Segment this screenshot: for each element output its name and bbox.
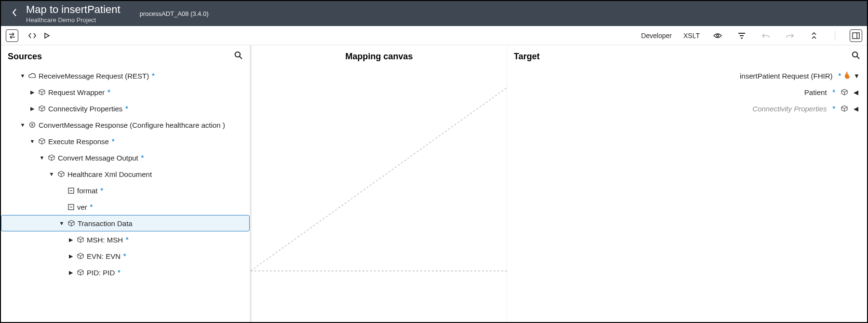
mapped-marker: * bbox=[123, 252, 126, 260]
back-button[interactable] bbox=[7, 8, 22, 19]
redo-button[interactable] bbox=[784, 29, 796, 42]
cube-icon bbox=[76, 269, 85, 276]
tree-node-convert-message[interactable]: ▼ ConvertMessage Response (Configure hea… bbox=[1, 117, 250, 133]
tree-label: ReceiveMessage Request (REST) bbox=[39, 72, 149, 80]
caret-down-icon: ▼ bbox=[29, 138, 36, 144]
cube-icon bbox=[76, 253, 85, 259]
svg-point-0 bbox=[717, 34, 719, 36]
fhir-icon bbox=[844, 71, 851, 81]
mapped-marker: * bbox=[101, 187, 103, 194]
run-test-button[interactable] bbox=[40, 29, 53, 42]
svg-point-10 bbox=[853, 52, 857, 56]
filter-icon[interactable] bbox=[735, 29, 748, 42]
caret-right-icon: ▶ bbox=[29, 106, 36, 112]
search-sources-icon[interactable] bbox=[234, 51, 243, 62]
tree-node-receive-message[interactable]: ▼ ReceiveMessage Request (REST) * bbox=[1, 67, 250, 84]
collapse-all-button[interactable] bbox=[808, 29, 820, 42]
tree-label: Request Wrapper bbox=[48, 88, 105, 96]
response-icon bbox=[28, 121, 37, 128]
tree-node-healthcare-xml[interactable]: ▼ Healthcare Xml Document bbox=[1, 166, 250, 182]
tree-label: ver bbox=[77, 203, 87, 211]
caret-right-icon: ▶ bbox=[67, 269, 74, 276]
integration-context: processADT_A08 (3.4.0) bbox=[140, 10, 209, 17]
mapped-marker: * bbox=[118, 269, 120, 276]
target-panel: Target insertPatient Request (FHIR) * ▼ … bbox=[507, 45, 867, 322]
sources-panel: Sources ▼ ReceiveMessage Request (REST) … bbox=[1, 45, 252, 322]
mapped-marker: * bbox=[839, 72, 841, 80]
tree-node-evn[interactable]: ▶ EVN: EVN * bbox=[1, 248, 250, 264]
svg-point-3 bbox=[235, 52, 240, 56]
sources-tree: ▼ ReceiveMessage Request (REST) * ▶ Requ… bbox=[1, 67, 250, 281]
app-header: Map to insertPatient Healthcare Demo Pro… bbox=[1, 1, 867, 26]
caret-down-icon: ▼ bbox=[19, 73, 26, 79]
sources-title: Sources bbox=[8, 52, 42, 62]
tree-node-pid[interactable]: ▶ PID: PID * bbox=[1, 264, 250, 281]
svg-rect-1 bbox=[853, 33, 859, 39]
target-node-patient[interactable]: Patient * ◀ bbox=[507, 84, 867, 100]
toolbar: Developer XSLT bbox=[1, 26, 867, 45]
mapped-marker: * bbox=[141, 154, 144, 162]
tree-label: Transaction Data bbox=[78, 219, 133, 228]
caret-left-icon: ◀ bbox=[854, 89, 860, 96]
attribute-icon bbox=[67, 188, 75, 194]
cube-icon bbox=[76, 236, 85, 243]
tree-node-msh[interactable]: ▶ MSH: MSH * bbox=[1, 231, 250, 248]
tree-label: Connectivity Properties bbox=[48, 105, 122, 113]
search-target-icon[interactable] bbox=[852, 51, 860, 62]
tree-label: ConvertMessage Response (Configure healt… bbox=[39, 121, 225, 129]
cube-icon bbox=[38, 105, 46, 112]
tree-node-convert-output[interactable]: ▼ Convert Message Output * bbox=[1, 149, 250, 166]
target-node-insert-patient[interactable]: insertPatient Request (FHIR) * ▼ bbox=[507, 67, 867, 84]
tree-node-connectivity-properties[interactable]: ▶ Connectivity Properties * bbox=[1, 100, 250, 117]
tree-node-ver[interactable]: ver * bbox=[1, 199, 250, 215]
attribute-icon bbox=[67, 204, 75, 210]
tree-node-request-wrapper[interactable]: ▶ Request Wrapper * bbox=[1, 84, 250, 100]
project-subtitle: Healthcare Demo Project bbox=[26, 16, 120, 24]
caret-down-icon: ▼ bbox=[48, 171, 55, 177]
cube-icon bbox=[57, 171, 66, 177]
tree-label: Connectivity Properties bbox=[752, 105, 827, 113]
title-block: Map to insertPatient Healthcare Demo Pro… bbox=[26, 3, 120, 24]
caret-right-icon: ▶ bbox=[29, 89, 36, 95]
cube-icon bbox=[38, 89, 46, 95]
cube-icon bbox=[47, 154, 56, 161]
svg-line-11 bbox=[857, 56, 859, 59]
developer-toggle[interactable]: Developer bbox=[641, 32, 672, 40]
target-tree: insertPatient Request (FHIR) * ▼ Patient… bbox=[507, 67, 867, 117]
target-title: Target bbox=[514, 52, 540, 62]
swap-direction-button[interactable] bbox=[6, 29, 18, 42]
tree-label: EVN: EVN bbox=[87, 252, 120, 260]
caret-down-icon: ▼ bbox=[854, 72, 860, 80]
undo-button[interactable] bbox=[760, 29, 772, 42]
cube-icon bbox=[840, 105, 849, 112]
cube-icon bbox=[840, 89, 849, 95]
tree-node-format[interactable]: format * bbox=[1, 182, 250, 199]
mapped-marker: * bbox=[125, 105, 128, 112]
panel-toggle-button[interactable] bbox=[850, 29, 862, 42]
tree-label: Healthcare Xml Document bbox=[67, 170, 152, 178]
tree-label: Convert Message Output bbox=[58, 154, 138, 162]
mapped-marker: * bbox=[833, 88, 835, 96]
caret-right-icon: ▶ bbox=[67, 237, 74, 243]
code-view-button[interactable] bbox=[26, 29, 39, 42]
tree-label: MSH: MSH bbox=[87, 236, 123, 244]
toolbar-divider bbox=[835, 31, 835, 40]
tree-label: PID: PID bbox=[87, 269, 115, 277]
tree-node-transaction-data[interactable]: ▼ Transaction Data bbox=[1, 215, 250, 231]
caret-down-icon: ▼ bbox=[39, 155, 45, 161]
cloud-icon bbox=[28, 73, 37, 79]
target-node-connectivity-properties[interactable]: Connectivity Properties * ◀ bbox=[507, 100, 867, 117]
tree-label: insertPatient Request (FHIR) bbox=[740, 72, 833, 80]
cube-icon bbox=[67, 220, 76, 227]
caret-down-icon: ▼ bbox=[19, 122, 26, 128]
canvas-title: Mapping canvas bbox=[345, 52, 413, 62]
mapped-marker: * bbox=[107, 88, 110, 96]
svg-line-4 bbox=[240, 56, 242, 59]
mapped-marker: * bbox=[90, 203, 93, 211]
mapping-canvas-panel: Mapping canvas bbox=[252, 45, 507, 322]
tree-node-execute-response[interactable]: ▼ Execute Response * bbox=[1, 133, 250, 149]
visibility-icon[interactable] bbox=[711, 29, 724, 42]
xslt-toggle[interactable]: XSLT bbox=[683, 32, 700, 40]
tree-label: format bbox=[77, 187, 98, 195]
tree-label: Patient bbox=[804, 88, 827, 96]
